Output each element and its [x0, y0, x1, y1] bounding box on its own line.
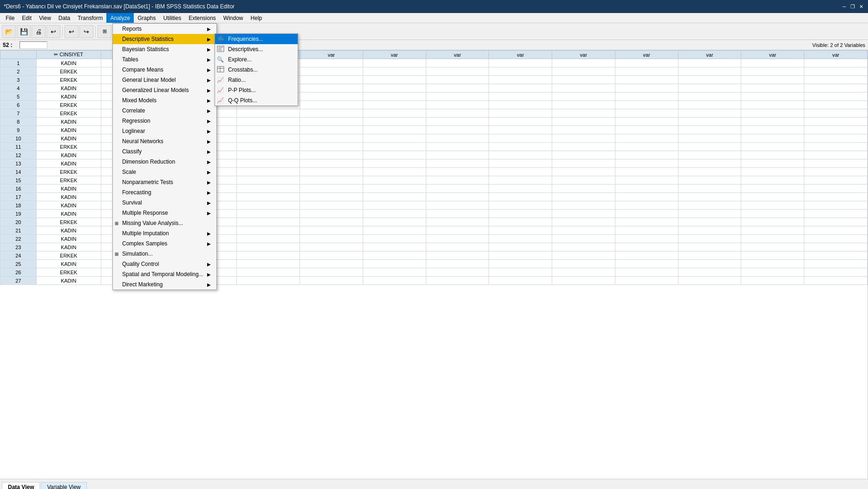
analyze-loglinear[interactable]: Loglinear▶ [113, 126, 216, 136]
cell-cinsiyet[interactable]: KADIN [36, 84, 101, 93]
cell-cinsiyet[interactable]: KADIN [36, 226, 101, 235]
analyze-spatial-temporal[interactable]: Spatial and Temporal Modeling...▶ [113, 269, 216, 279]
col-var-4[interactable]: var [363, 51, 426, 59]
analyze-forecasting[interactable]: Forecasting▶ [113, 187, 216, 198]
menu-view[interactable]: View [35, 13, 55, 23]
sub-descriptives[interactable]: Descriptives... [215, 44, 298, 54]
cell-cinsiyet[interactable]: ERKEK [36, 168, 101, 176]
cell-cinsiyet[interactable]: KADIN [36, 59, 101, 67]
cell-cinsiyet[interactable]: KADIN [36, 193, 101, 201]
cell-cinsiyet[interactable]: KADIN [36, 260, 101, 268]
menu-transform[interactable]: Transform [74, 13, 106, 23]
save-button[interactable]: 💾 [17, 25, 31, 38]
menu-analyze[interactable]: Analyze [106, 13, 134, 23]
sub-pp-plots[interactable]: 📈 P-P Plots... [215, 85, 298, 95]
cell-cinsiyet[interactable]: KADIN [36, 277, 101, 285]
analyze-tables[interactable]: Tables▶ [113, 54, 216, 65]
col-var-3[interactable]: var [300, 51, 363, 59]
analyze-reports[interactable]: Reports▶ [113, 24, 216, 34]
analyze-nonparametric-tests[interactable]: Nonparametric Tests▶ [113, 177, 216, 187]
analyze-multiple-response[interactable]: Multiple Response▶ [113, 208, 216, 218]
tab-variable-view[interactable]: Variable View [41, 482, 86, 489]
redo-button[interactable]: ↪ [79, 25, 93, 38]
cell-var [489, 268, 552, 277]
menu-edit[interactable]: Edit [18, 13, 35, 23]
analyze-generalized-linear-models[interactable]: Generalized Linear Models▶ [113, 85, 216, 95]
cell-var [678, 118, 741, 126]
cell-cinsiyet[interactable]: ERKEK [36, 268, 101, 277]
close-button[interactable]: ✕ [858, 3, 864, 10]
col-var-10[interactable]: var [741, 51, 804, 59]
col-var-5[interactable]: var [426, 51, 489, 59]
sub-ratio[interactable]: 📈 Ratio... [215, 75, 298, 85]
col-header-cinsiyet[interactable]: ✏ CINSIYET [36, 51, 101, 59]
analyze-simulation[interactable]: ⊞ Simulation... [113, 249, 216, 259]
analyze-general-linear-model[interactable]: General Linear Model▶ [113, 75, 216, 85]
col-var-8[interactable]: var [615, 51, 678, 59]
sub-explore[interactable]: 🔍 Explore... [215, 54, 298, 65]
menu-window[interactable]: Window [220, 13, 247, 23]
analyze-correlate[interactable]: Correlate▶ [113, 106, 216, 116]
undo-button[interactable]: ↩ [65, 25, 78, 38]
analyze-quality-control[interactable]: Quality Control▶ [113, 259, 216, 269]
cell-cinsiyet[interactable]: ERKEK [36, 109, 101, 118]
analyze-direct-marketing[interactable]: Direct Marketing▶ [113, 279, 216, 290]
cell-cinsiyet[interactable]: KADIN [36, 210, 101, 218]
menu-graphs[interactable]: Graphs [134, 13, 159, 23]
analyze-dimension-reduction[interactable]: Dimension Reduction▶ [113, 157, 216, 167]
analyze-multiple-imputation[interactable]: Multiple Imputation▶ [113, 228, 216, 238]
window-controls[interactable]: ─ ❐ ✕ [841, 3, 864, 10]
cell-cinsiyet[interactable]: KADIN [36, 201, 101, 210]
cell-cinsiyet[interactable]: ERKEK [36, 67, 101, 76]
sub-qq-plots[interactable]: 📈 Q-Q Plots... [215, 95, 298, 106]
sub-frequencies[interactable]: Frequencies... [215, 34, 298, 44]
analyze-compare-means[interactable]: Compare Means▶ [113, 65, 216, 75]
cell-cinsiyet[interactable]: KADIN [36, 134, 101, 143]
menu-extensions[interactable]: Extensions [185, 13, 220, 23]
cell-var [678, 143, 741, 151]
menu-data[interactable]: Data [55, 13, 74, 23]
cell-cinsiyet[interactable]: ERKEK [36, 218, 101, 226]
analyze-scale[interactable]: Scale▶ [113, 167, 216, 177]
cell-cinsiyet[interactable]: KADIN [36, 93, 101, 101]
minimize-button[interactable]: ─ [841, 3, 848, 10]
cell-cinsiyet[interactable]: KADIN [36, 243, 101, 251]
restore-button[interactable]: ❐ [849, 3, 856, 10]
cell-cinsiyet[interactable]: ERKEK [36, 143, 101, 151]
menu-help[interactable]: Help [247, 13, 266, 23]
print-button[interactable]: 🖨 [32, 25, 46, 38]
col-var-9[interactable]: var [678, 51, 741, 59]
cell-cinsiyet[interactable]: KADIN [36, 118, 101, 126]
address-input[interactable] [20, 41, 47, 49]
cell-cinsiyet[interactable]: KADIN [36, 159, 101, 168]
menu-file[interactable]: File [2, 13, 18, 23]
cell-var [363, 134, 426, 143]
analyze-classify[interactable]: Classify▶ [113, 146, 216, 157]
analyze-missing-value[interactable]: ⊞ Missing Value Analysis... [113, 218, 216, 228]
col-var-6[interactable]: var [489, 51, 552, 59]
analyze-neural-networks[interactable]: Neural Networks▶ [113, 136, 216, 146]
analyze-mixed-models[interactable]: Mixed Models▶ [113, 95, 216, 106]
sub-crosstabs[interactable]: Crosstabs... [215, 65, 298, 75]
analyze-complex-samples[interactable]: Complex Samples▶ [113, 238, 216, 249]
cell-cinsiyet[interactable]: KADIN [36, 235, 101, 243]
analyze-regression[interactable]: Regression▶ [113, 116, 216, 126]
col-var-7[interactable]: var [552, 51, 615, 59]
cell-cinsiyet[interactable]: ERKEK [36, 251, 101, 260]
cell-cinsiyet[interactable]: ERKEK [36, 76, 101, 84]
recall-button[interactable]: ↩ [46, 25, 60, 38]
cell-var [678, 168, 741, 176]
cell-cinsiyet[interactable]: ERKEK [36, 176, 101, 185]
cell-cinsiyet[interactable]: KADIN [36, 126, 101, 134]
cell-cinsiyet[interactable]: ERKEK [36, 101, 101, 109]
col-var-11[interactable]: var [804, 51, 868, 59]
goto-data-button[interactable]: ⊞ [98, 25, 111, 38]
cell-cinsiyet[interactable]: KADIN [36, 151, 101, 159]
tab-data-view[interactable]: Data View [2, 482, 40, 489]
menu-utilities[interactable]: Utilities [159, 13, 185, 23]
open-button[interactable]: 📂 [2, 25, 16, 38]
cell-cinsiyet[interactable]: KADIN [36, 185, 101, 193]
analyze-descriptive-statistics[interactable]: Descriptive Statistics▶ [113, 34, 216, 44]
analyze-survival[interactable]: Survival▶ [113, 198, 216, 208]
analyze-bayesian-statistics[interactable]: Bayesian Statistics▶ [113, 44, 216, 54]
